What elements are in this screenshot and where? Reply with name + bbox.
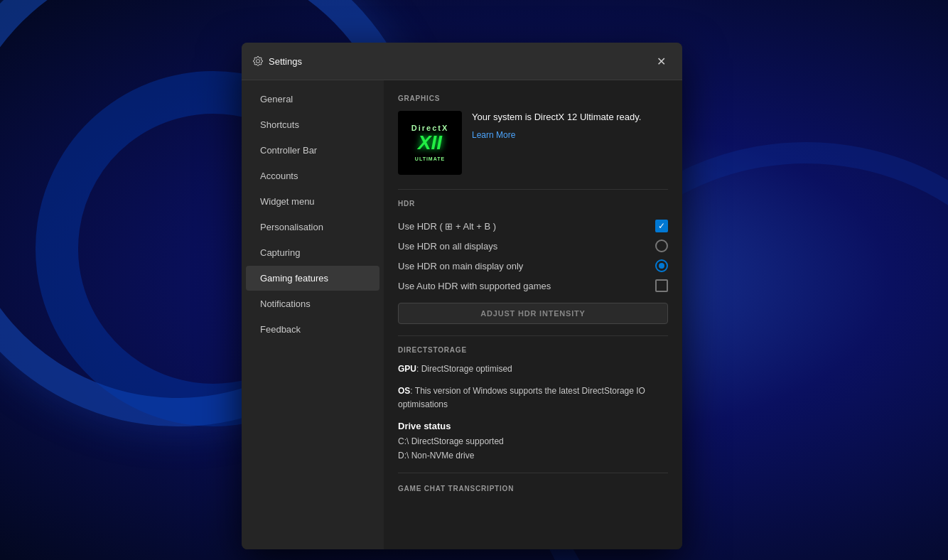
divider-2 [398, 335, 668, 336]
main-display-label: Use HDR on main display only [398, 261, 523, 271]
directx-ready-text: Your system is DirectX 12 Ultimate ready… [472, 111, 668, 124]
use-hdr-label: Use HDR ( ⊞ + Alt + B ) [398, 221, 496, 232]
all-displays-radio[interactable] [655, 239, 668, 252]
learn-more-link[interactable]: Learn More [472, 130, 515, 140]
gpu-bold: GPU [398, 364, 416, 374]
graphics-info: Your system is DirectX 12 Ultimate ready… [472, 111, 668, 141]
directstorage-section: DIRECTSTORAGE GPU: DirectStorage optimis… [398, 346, 668, 463]
content-area: GRAPHICS DirectX XII ULTIMATE Your syste… [384, 80, 682, 549]
directx-xii: XII [411, 132, 449, 154]
radio-inner-dot [659, 263, 664, 269]
graphics-section-title: GRAPHICS [398, 95, 668, 102]
os-bold: OS [398, 386, 410, 396]
main-display-radio[interactable] [655, 259, 668, 272]
graphics-card: DirectX XII ULTIMATE Your system is Dire… [398, 111, 668, 175]
sidebar-item-personalisation[interactable]: Personalisation [246, 215, 379, 239]
game-chat-section: GAME CHAT TRANSCRIPTION [398, 485, 668, 492]
sidebar-item-accounts[interactable]: Accounts [246, 163, 379, 188]
directx-logo: DirectX XII ULTIMATE [398, 111, 462, 175]
sidebar-item-feedback[interactable]: Feedback [246, 317, 379, 342]
directstorage-section-title: DIRECTSTORAGE [398, 346, 668, 354]
os-text: : This version of Windows supports the l… [398, 386, 645, 409]
gear-icon [253, 56, 263, 66]
adjust-hdr-button[interactable]: ADJUST HDR INTENSITY [398, 303, 668, 324]
divider-1 [398, 189, 668, 190]
sidebar-item-shortcuts[interactable]: Shortcuts [246, 112, 379, 137]
directstorage-gpu-info: GPU: DirectStorage optimised [398, 362, 668, 376]
hdr-section-title: HDR [398, 200, 668, 208]
drive-d: D:\ Non-NVMe drive [398, 448, 668, 463]
drive-c: C:\ DirectStorage supported [398, 434, 668, 448]
sidebar-item-controller-bar[interactable]: Controller Bar [246, 138, 379, 163]
use-hdr-row: Use HDR ( ⊞ + Alt + B ) ✓ [398, 216, 668, 236]
sidebar-item-general[interactable]: General [246, 87, 379, 112]
checkbox-check-icon: ✓ [658, 222, 665, 230]
all-displays-label: Use HDR on all displays [398, 241, 497, 252]
main-display-row: Use HDR on main display only [398, 256, 668, 276]
title-bar-left: Settings [253, 56, 302, 67]
sidebar-item-notifications[interactable]: Notifications [246, 291, 379, 316]
window-body: General Shortcuts Controller Bar Account… [242, 80, 682, 549]
close-button[interactable]: ✕ [651, 51, 671, 71]
window-title: Settings [269, 56, 302, 67]
use-hdr-checkbox[interactable]: ✓ [655, 220, 668, 232]
hdr-section: HDR Use HDR ( ⊞ + Alt + B ) ✓ Use HDR on… [398, 200, 668, 324]
directstorage-os-info: OS: This version of Windows supports the… [398, 384, 668, 411]
drive-status-title: Drive status [398, 421, 668, 431]
auto-hdr-label: Use Auto HDR with supported games [398, 281, 551, 291]
directx-ultimate: ULTIMATE [415, 156, 445, 161]
all-displays-row: Use HDR on all displays [398, 236, 668, 256]
sidebar-item-gaming-features[interactable]: Gaming features [246, 266, 379, 291]
title-bar: Settings ✕ [242, 43, 682, 80]
sidebar-item-widget-menu[interactable]: Widget menu [246, 189, 379, 214]
divider-3 [398, 473, 668, 473]
settings-window: Settings ✕ General Shortcuts Controller … [242, 43, 682, 549]
auto-hdr-checkbox[interactable] [655, 279, 668, 292]
sidebar: General Shortcuts Controller Bar Account… [242, 80, 384, 549]
sidebar-item-capturing[interactable]: Capturing [246, 240, 379, 265]
gpu-text: : DirectStorage optimised [416, 364, 512, 374]
game-chat-section-title: GAME CHAT TRANSCRIPTION [398, 485, 668, 492]
auto-hdr-row: Use Auto HDR with supported games [398, 276, 668, 296]
